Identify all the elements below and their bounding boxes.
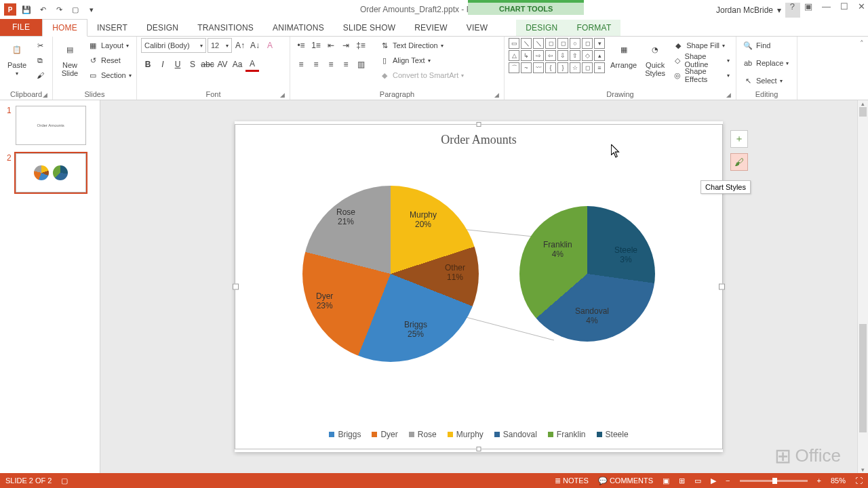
legend-item: Sandoval xyxy=(494,430,537,439)
decrease-font-icon[interactable]: A↓ xyxy=(248,38,262,53)
spell-check-icon[interactable]: ▢ xyxy=(61,476,68,485)
undo-icon[interactable]: ↶ xyxy=(35,2,50,17)
chart-styles-button[interactable]: 🖌 xyxy=(730,153,748,171)
slide-editor[interactable]: Order Amounts Rose 21% Murphy 20% Other … xyxy=(100,100,857,473)
replace-button[interactable]: abReplace▾ xyxy=(741,56,791,70)
slide-counter[interactable]: SLIDE 2 OF 2 xyxy=(5,476,52,485)
font-family-combo[interactable]: Calibri (Body)▾ xyxy=(141,38,206,53)
collapse-ribbon-icon[interactable]: ˄ xyxy=(856,37,868,100)
tab-insert[interactable]: INSERT xyxy=(87,20,137,36)
new-slide-button[interactable]: ▤ New Slide xyxy=(57,38,83,79)
bold-icon[interactable]: B xyxy=(141,57,155,72)
tab-transitions[interactable]: TRANSITIONS xyxy=(188,20,263,36)
strikethrough-icon[interactable]: abc xyxy=(201,57,214,72)
justify-icon[interactable]: ≡ xyxy=(339,57,353,72)
tab-view[interactable]: VIEW xyxy=(457,20,497,36)
align-left-icon[interactable]: ≡ xyxy=(294,57,308,72)
convert-smartart-button[interactable]: ◆Convert to SmartArt▾ xyxy=(377,68,466,83)
redo-icon[interactable]: ↷ xyxy=(52,2,66,17)
layout-button[interactable]: ▦Layout▾ xyxy=(85,38,134,53)
thumb-number-2: 2 xyxy=(7,153,12,192)
text-direction-button[interactable]: ⇅Text Direction▾ xyxy=(377,38,466,53)
tab-chart-format[interactable]: FORMAT xyxy=(567,20,620,36)
tab-home[interactable]: HOME xyxy=(42,19,87,37)
bullets-icon[interactable]: •≡ xyxy=(294,38,308,53)
underline-icon[interactable]: U xyxy=(171,57,184,72)
ribbon: 📋 Paste▾ ✂ ⧉ 🖌 Clipboard◢ ▤ New Slide ▦L… xyxy=(0,37,868,100)
fit-to-window-icon[interactable]: ⛶ xyxy=(855,476,863,485)
clipboard-dialog-launcher[interactable]: ◢ xyxy=(41,92,48,98)
chart-elements-button[interactable]: ＋ xyxy=(730,130,748,148)
font-color-icon[interactable]: A xyxy=(245,57,259,72)
char-spacing-icon[interactable]: AV xyxy=(216,57,229,72)
text-direction-icon: ⇅ xyxy=(379,40,390,51)
help-icon[interactable]: ? xyxy=(790,1,795,12)
line-spacing-icon[interactable]: ‡≡ xyxy=(354,38,368,53)
copy-button[interactable]: ⧉ xyxy=(33,53,47,68)
ribbon-display-icon[interactable]: ▣ xyxy=(804,1,812,12)
drawing-dialog-launcher[interactable]: ◢ xyxy=(725,92,732,98)
paste-icon: 📋 xyxy=(7,39,27,60)
tab-slideshow[interactable]: SLIDE SHOW xyxy=(334,20,405,36)
start-from-beginning-icon[interactable]: ▢ xyxy=(68,2,83,17)
status-bar: SLIDE 2 OF 2 ▢ ≣ NOTES 💬 COMMENTS ▣ ⊞ ▭ … xyxy=(0,473,868,488)
qat-dropdown-icon[interactable]: ▾ xyxy=(84,2,99,17)
shadow-icon[interactable]: S xyxy=(186,57,199,72)
increase-indent-icon[interactable]: ⇥ xyxy=(339,38,353,53)
font-dialog-launcher[interactable]: ◢ xyxy=(279,92,285,98)
shape-effects-button[interactable]: ◎Shape Effects▾ xyxy=(671,68,732,83)
shape-outline-button[interactable]: ◇Shape Outline▾ xyxy=(671,53,732,68)
paste-button[interactable]: 📋 Paste▾ xyxy=(4,38,30,78)
reading-view-icon[interactable]: ▭ xyxy=(694,476,701,485)
numbering-icon[interactable]: 1≡ xyxy=(309,38,323,53)
tab-design[interactable]: DESIGN xyxy=(137,20,188,36)
minimize-icon[interactable]: — xyxy=(822,1,831,12)
format-painter-button[interactable]: 🖌 xyxy=(33,68,47,83)
slide-thumbnail-1[interactable]: Order Amounts xyxy=(16,106,86,145)
tab-animations[interactable]: ANIMATIONS xyxy=(263,20,334,36)
reset-button[interactable]: ↺Reset xyxy=(85,53,134,68)
arrange-button[interactable]: ▦Arrange xyxy=(608,38,639,70)
comments-button[interactable]: 💬 COMMENTS xyxy=(598,476,653,485)
section-icon: ▭ xyxy=(87,70,98,81)
section-button[interactable]: ▭Section▾ xyxy=(85,68,134,83)
tab-chart-design[interactable]: DESIGN xyxy=(516,20,567,36)
group-drawing: ▭＼＼◻◻○◻▾ △↳⇨⇦⇩⇧◇▴ ⌒~〰{}☆◻≡ ▦Arrange ◔Qui… xyxy=(505,37,736,100)
maximize-icon[interactable]: ☐ xyxy=(840,1,848,12)
decrease-indent-icon[interactable]: ⇤ xyxy=(324,38,338,53)
close-icon[interactable]: ✕ xyxy=(858,1,865,12)
tab-file[interactable]: FILE xyxy=(0,18,42,36)
tab-review[interactable]: REVIEW xyxy=(405,20,457,36)
zoom-level[interactable]: 85% xyxy=(831,476,846,485)
notes-button[interactable]: ≣ NOTES xyxy=(555,476,589,485)
font-size-combo[interactable]: 12▾ xyxy=(208,38,232,53)
zoom-slider[interactable] xyxy=(740,480,808,482)
select-button[interactable]: ↖Select▾ xyxy=(741,73,785,88)
user-area[interactable]: Jordan McBride▾ xyxy=(716,3,800,18)
align-center-icon[interactable]: ≡ xyxy=(309,57,323,72)
zoom-out-icon[interactable]: − xyxy=(726,476,730,485)
italic-icon[interactable]: I xyxy=(156,57,170,72)
chart-object[interactable]: Order Amounts Rose 21% Murphy 20% Other … xyxy=(235,124,723,449)
quick-styles-button[interactable]: ◔Quick Styles xyxy=(642,38,668,79)
normal-view-icon[interactable]: ▣ xyxy=(663,476,669,485)
columns-icon[interactable]: ▥ xyxy=(354,57,368,72)
slide-thumbnail-2[interactable] xyxy=(16,153,86,192)
clear-formatting-icon[interactable]: A xyxy=(263,38,277,53)
shape-fill-button[interactable]: ◆Shape Fill▾ xyxy=(671,38,732,53)
shapes-gallery[interactable]: ▭＼＼◻◻○◻▾ △↳⇨⇦⇩⇧◇▴ ⌒~〰{}☆◻≡ xyxy=(509,38,605,73)
cut-button[interactable]: ✂ xyxy=(33,38,47,53)
change-case-icon[interactable]: Aa xyxy=(231,57,244,72)
zoom-in-icon[interactable]: + xyxy=(817,476,821,485)
paragraph-dialog-launcher[interactable]: ◢ xyxy=(493,92,500,98)
slideshow-view-icon[interactable]: ▶ xyxy=(711,476,716,485)
slide-sorter-view-icon[interactable]: ⊞ xyxy=(679,476,685,485)
align-right-icon[interactable]: ≡ xyxy=(324,57,338,72)
save-icon[interactable]: 💾 xyxy=(19,2,34,17)
vertical-scrollbar[interactable]: ▴ ▾ xyxy=(857,100,868,473)
align-text-button[interactable]: ▯Align Text▾ xyxy=(377,53,466,68)
find-button[interactable]: 🔍Find xyxy=(741,38,772,53)
chart-title[interactable]: Order Amounts xyxy=(235,125,722,147)
app-icon: P xyxy=(3,2,18,17)
increase-font-icon[interactable]: A↑ xyxy=(233,38,247,53)
